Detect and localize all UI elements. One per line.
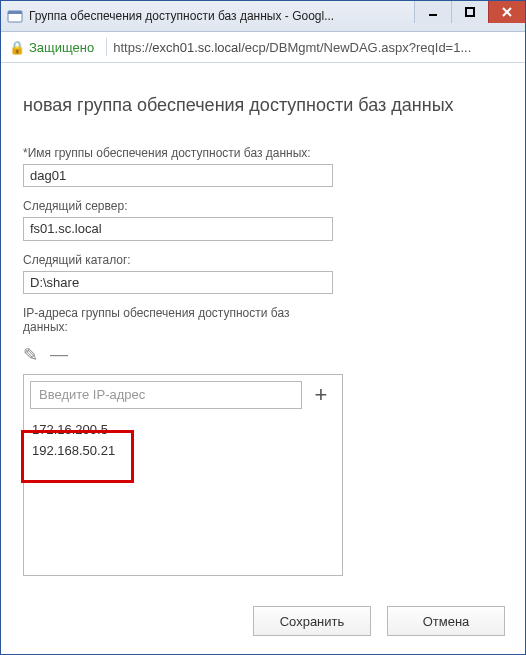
- ip-list-label: IP-адреса группы обеспечения доступности…: [23, 306, 303, 334]
- url-display[interactable]: https://exch01.sc.local/ecp/DBMgmt/NewDA…: [113, 40, 471, 55]
- ip-toolbar: ✎ —: [23, 344, 503, 366]
- witness-server-label: Следящий сервер:: [23, 199, 503, 213]
- save-button[interactable]: Сохранить: [253, 606, 371, 636]
- ip-add-row: +: [30, 381, 336, 409]
- close-button[interactable]: [488, 1, 525, 23]
- window-controls: [414, 1, 525, 31]
- app-icon: [7, 8, 23, 24]
- ip-list: 172.16.200.5 192.168.50.21: [30, 419, 336, 569]
- svg-rect-1: [8, 11, 22, 14]
- remove-icon[interactable]: —: [50, 344, 68, 366]
- page-heading: новая группа обеспечения доступности баз…: [23, 95, 503, 116]
- maximize-button[interactable]: [451, 1, 488, 23]
- lock-icon: 🔒: [9, 40, 25, 55]
- minimize-button[interactable]: [414, 1, 451, 23]
- edit-icon[interactable]: ✎: [23, 344, 38, 366]
- list-item[interactable]: 172.16.200.5: [30, 419, 336, 440]
- secure-label: Защищено: [29, 40, 94, 55]
- divider: [106, 38, 107, 56]
- dag-name-input[interactable]: [23, 164, 333, 187]
- address-bar: 🔒 Защищено https://exch01.sc.local/ecp/D…: [1, 32, 525, 63]
- url-host: exch01.sc.local: [152, 40, 241, 55]
- dialog-footer: Сохранить Отмена: [1, 588, 525, 654]
- witness-dir-input[interactable]: [23, 271, 333, 294]
- window-title: Группа обеспечения доступности баз данны…: [29, 9, 414, 23]
- url-path: /ecp/DBMgmt/NewDAG.aspx?reqId=1...: [241, 40, 471, 55]
- svg-rect-3: [466, 8, 474, 16]
- ip-panel: + 172.16.200.5 192.168.50.21: [23, 374, 343, 576]
- add-ip-button[interactable]: +: [306, 381, 336, 409]
- dag-name-label: *Имя группы обеспечения доступности баз …: [23, 146, 503, 160]
- witness-dir-label: Следящий каталог:: [23, 253, 503, 267]
- cancel-button[interactable]: Отмена: [387, 606, 505, 636]
- ip-input[interactable]: [30, 381, 302, 409]
- window-frame: Группа обеспечения доступности баз данны…: [0, 0, 526, 655]
- list-item[interactable]: 192.168.50.21: [30, 440, 336, 461]
- url-prefix: https://: [113, 40, 152, 55]
- titlebar: Группа обеспечения доступности баз данны…: [1, 1, 525, 32]
- witness-server-input[interactable]: [23, 217, 333, 240]
- form-content: новая группа обеспечения доступности баз…: [1, 63, 525, 588]
